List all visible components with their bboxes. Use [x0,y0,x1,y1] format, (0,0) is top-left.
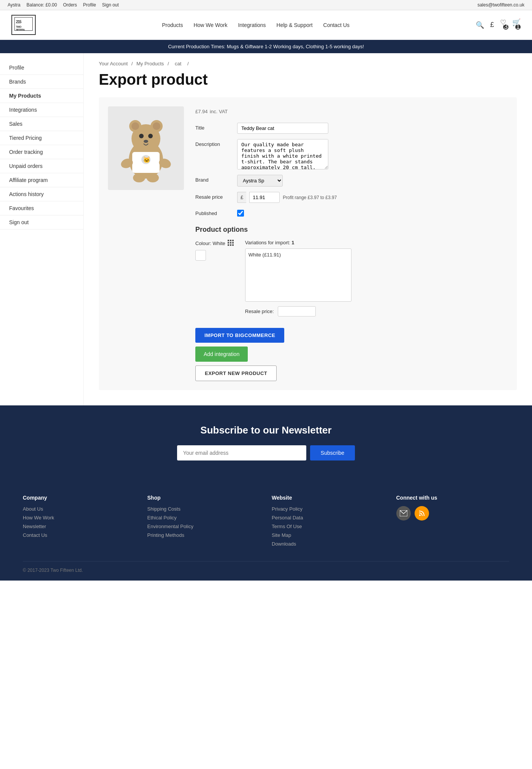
header: 215 TWO FIFTEEN Products How We Work Int… [0,10,532,40]
main-nav: Products How We Work Integrations Help &… [162,22,350,28]
top-bar-email: sales@twofifteen.co.uk [477,2,524,8]
breadcrumb-sep1: / [131,61,134,66]
price-suffix: inc. VAT [210,109,228,114]
logo-box: 215 TWO FIFTEEN [11,15,36,35]
export-button[interactable]: EXPORT NEW PRODUCT [195,366,277,381]
newsletter-email-input[interactable] [177,445,306,460]
footer-link-about[interactable]: About Us [23,506,136,512]
page-title: Export product [99,71,517,88]
sidebar-item-favourites[interactable]: Favourites [0,201,83,215]
nav-contact[interactable]: Contact Us [323,22,350,28]
colour-swatch-white[interactable] [195,250,206,261]
action-buttons: IMPORT TO BIGCOMMERCE Add integration EX… [195,328,508,381]
currency-icon[interactable]: £ [490,21,494,29]
product-image-svg: 🐱 [116,114,176,182]
wishlist-badge: 3 [503,24,508,30]
footer-link-environmental[interactable]: Environmental Policy [147,524,261,529]
published-checkbox[interactable] [237,210,244,217]
banner-text: Current Production Times: Mugs & Giftwar… [168,44,364,49]
add-integration-button[interactable]: Add integration [195,347,248,362]
sidebar-item-tiered-pricing[interactable]: Tiered Pricing [0,131,83,145]
resale-input[interactable] [249,192,280,203]
footer-link-ethical[interactable]: Ethical Policy [147,515,261,521]
content: Your Account / My Products / cat / Expor… [84,53,532,405]
svg-rect-25 [232,242,234,244]
nav-integrations[interactable]: Integrations [238,22,266,28]
svg-point-12 [144,140,148,143]
footer-link-newsletter[interactable]: Newsletter [23,524,136,529]
signout-link[interactable]: Sign out [102,2,119,8]
grid-icon[interactable] [228,240,234,247]
product-options: Product options Colour: White [195,226,508,316]
sidebar-item-brands[interactable]: Brands [0,75,83,89]
variations-box: White (£11.91) [245,248,352,302]
product-image: 🐱 [108,106,184,190]
footer-link-contact[interactable]: Contact Us [23,532,136,538]
newsletter-subscribe-button[interactable]: Subscribe [310,445,355,460]
title-label: Title [195,123,237,131]
brand-select[interactable]: Aystra Sp [237,175,283,187]
nav-products[interactable]: Products [162,22,183,28]
footer-link-shipping[interactable]: Shipping Costs [147,506,261,512]
sidebar-item-sales[interactable]: Sales [0,117,83,131]
title-input[interactable] [237,123,328,134]
sidebar-item-affiliate[interactable]: Affiliate program [0,173,83,187]
sidebar: Profile Brands My Products Integrations … [0,53,84,405]
svg-rect-28 [232,244,234,246]
newsletter-heading: Subscribe to our Newsletter [11,424,521,436]
product-card: 🐱 £7.94 inc. VAT Title [99,97,517,390]
options-row: Colour: White [195,240,508,316]
brand-label: Brand [195,175,237,183]
orders-link[interactable]: Orders [63,2,77,8]
product-price: £7.94 inc. VAT [195,106,508,115]
description-row: Description Our quality made bear featur… [195,139,508,169]
sidebar-item-order-tracking[interactable]: Order tracking [0,145,83,159]
breadcrumb-my-products[interactable]: My Products [136,61,164,66]
import-button[interactable]: IMPORT TO BIGCOMMERCE [195,328,284,343]
sidebar-item-profile[interactable]: Profile [0,61,83,75]
cart-icon[interactable]: 🛒 1 [512,18,521,32]
footer-link-privacy[interactable]: Privacy Policy [272,506,385,512]
nav-help[interactable]: Help & Support [277,22,313,28]
email-social-icon[interactable] [396,506,411,521]
svg-point-7 [131,122,139,130]
footer-col-connect: Connect with us [396,495,510,550]
resale-row: Resale price £ Profit range £3.97 to £3.… [195,192,508,203]
footer-link-sitemap[interactable]: Site Map [272,532,385,538]
colour-label: Colour: White [195,240,234,247]
svg-point-9 [153,122,160,130]
sidebar-item-integrations[interactable]: Integrations [0,103,83,117]
newsletter-form: Subscribe [11,445,521,460]
sidebar-item-unpaid-orders[interactable]: Unpaid orders [0,159,83,173]
search-icon[interactable]: 🔍 [476,21,484,29]
breadcrumb-account[interactable]: Your Account [99,61,128,66]
svg-rect-22 [232,240,234,241]
rss-social-icon[interactable] [415,506,429,521]
social-icons [396,506,510,521]
options-heading: Product options [195,226,508,234]
wishlist-icon[interactable]: ♡ 3 [500,18,506,32]
variation-resale-input[interactable] [278,306,316,316]
svg-text:215: 215 [16,20,22,24]
footer-link-personal-data[interactable]: Personal Data [272,515,385,521]
currency-prefix: £ [237,192,246,203]
variations-label: Variations for import: 1 [245,240,508,245]
footer-link-how-we-work[interactable]: How We Work [23,515,136,521]
profile-link[interactable]: Profile [83,2,96,8]
sidebar-item-actions-history[interactable]: Actions history [0,187,83,201]
variation-item: White (£11.91) [249,252,348,258]
svg-rect-20 [228,240,229,241]
logo[interactable]: 215 TWO FIFTEEN [11,15,36,35]
price-value: £7.94 [195,109,208,114]
footer-link-downloads[interactable]: Downloads [272,541,385,547]
sidebar-item-sign-out[interactable]: Sign out [0,215,83,229]
description-input[interactable]: Our quality made bear features a soft pl… [237,139,328,169]
sidebar-item-my-products[interactable]: My Products [0,89,83,103]
nav-how-we-work[interactable]: How We Work [193,22,227,28]
banner: Current Production Times: Mugs & Giftwar… [0,40,532,53]
footer-link-terms[interactable]: Terms Of Use [272,524,385,529]
footer-link-printing[interactable]: Printing Methods [147,532,261,538]
username: Aystra [8,2,21,8]
brand-row: Brand Aystra Sp [195,175,508,187]
variations-count: 1 [291,240,294,245]
